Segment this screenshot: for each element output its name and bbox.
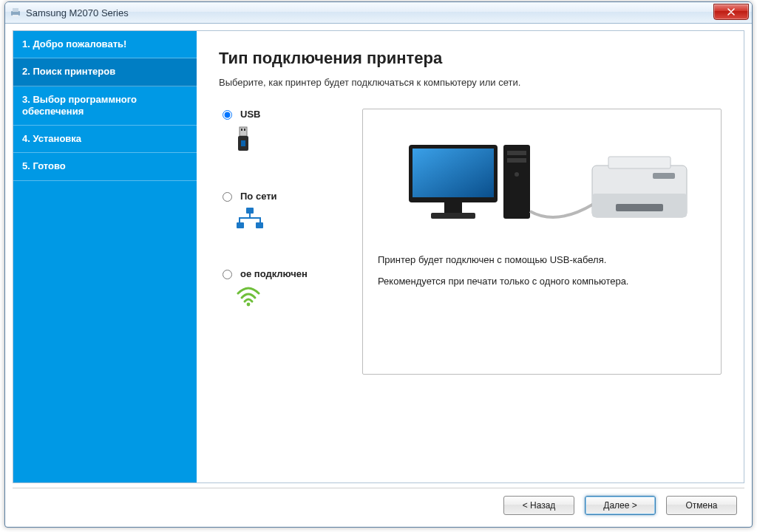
sidebar-step-label: 3. Выбор программного обеспечения — [22, 94, 137, 117]
option-network-label: По сети — [240, 191, 277, 202]
option-wireless-label: ое подключен — [240, 268, 308, 280]
svg-rect-1 — [13, 8, 18, 12]
connection-preview: Принтер будет подключен с помощью USB-ка… — [362, 109, 722, 375]
sidebar: 1. Добро пожаловать! 2. Поиск принтеров … — [13, 31, 197, 482]
svg-rect-17 — [444, 202, 462, 213]
wizard-footer: < Назад Далее > Отмена — [13, 488, 744, 522]
svg-rect-19 — [503, 145, 530, 219]
svg-rect-20 — [507, 151, 526, 155]
option-wireless[interactable]: ое подключен — [219, 268, 344, 307]
svg-rect-18 — [431, 213, 475, 219]
usb-plug-icon — [235, 126, 344, 154]
cancel-button[interactable]: Отмена — [666, 496, 737, 515]
svg-rect-25 — [608, 157, 671, 168]
option-usb-label: USB — [240, 109, 260, 120]
printer-app-icon — [10, 7, 21, 18]
svg-rect-2 — [13, 15, 18, 17]
sidebar-step-2[interactable]: 2. Поиск принтеров — [13, 58, 197, 86]
back-button[interactable]: < Назад — [503, 496, 574, 515]
description-line-1: Принтер будет подключен с помощью USB-ка… — [378, 254, 706, 265]
svg-rect-21 — [507, 158, 526, 163]
svg-rect-4 — [241, 129, 242, 131]
monitor-icon — [409, 145, 498, 219]
wifi-signal-icon — [235, 286, 344, 307]
sidebar-step-1[interactable]: 1. Добро пожаловать! — [13, 31, 197, 58]
connection-illustration — [378, 123, 706, 233]
radio-wireless[interactable] — [223, 270, 232, 279]
option-usb[interactable]: USB — [219, 109, 344, 154]
svg-rect-10 — [256, 222, 263, 228]
next-button[interactable]: Далее > — [585, 496, 656, 515]
radio-usb[interactable] — [223, 110, 232, 120]
wizard-body: 1. Добро пожаловать! 2. Поиск принтеров … — [13, 30, 744, 483]
radio-network[interactable] — [223, 192, 232, 202]
svg-rect-8 — [246, 208, 254, 214]
network-topology-icon — [235, 208, 344, 231]
svg-point-22 — [515, 172, 519, 177]
svg-rect-27 — [616, 204, 663, 211]
connection-options: USB — [219, 109, 344, 314]
pc-tower-icon — [503, 145, 530, 219]
sidebar-step-3[interactable]: 3. Выбор программного обеспечения — [13, 86, 197, 126]
sidebar-step-label: 4. Установка — [22, 133, 81, 144]
window-title: Samsung M2070 Series — [26, 7, 129, 18]
svg-rect-9 — [237, 222, 244, 228]
sidebar-step-4[interactable]: 4. Установка — [13, 126, 197, 153]
titlebar: Samsung M2070 Series — [5, 2, 752, 24]
usb-cable — [530, 204, 594, 217]
svg-rect-26 — [653, 173, 675, 179]
svg-point-13 — [247, 302, 251, 306]
close-button[interactable] — [713, 4, 749, 20]
connection-description: Принтер будет подключен с помощью USB-ка… — [378, 254, 706, 297]
close-icon — [727, 8, 735, 16]
sidebar-step-5[interactable]: 5. Готово — [13, 153, 197, 180]
option-network[interactable]: По сети — [219, 191, 344, 231]
svg-rect-7 — [241, 140, 245, 146]
sidebar-step-label: 1. Добро пожаловать! — [22, 38, 126, 50]
description-line-2: Рекомендуется при печати только с одного… — [378, 276, 706, 287]
page-subheading: Выберите, как принтер будет подключаться… — [219, 77, 722, 88]
svg-rect-5 — [244, 129, 245, 131]
page-heading: Тип подключения принтера — [219, 49, 722, 68]
svg-rect-16 — [413, 149, 494, 197]
sidebar-step-label: 2. Поиск принтеров — [22, 66, 115, 77]
main-panel: Тип подключения принтера Выберите, как п… — [197, 31, 744, 482]
svg-rect-3 — [240, 127, 247, 136]
laser-printer-icon — [592, 157, 687, 217]
sidebar-step-label: 5. Готово — [22, 160, 66, 171]
